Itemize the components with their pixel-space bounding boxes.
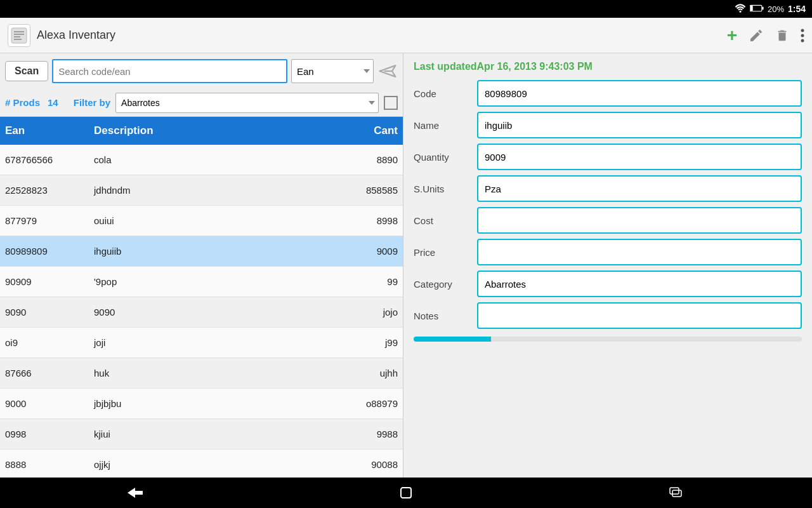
last-updated-label: Last updated [414, 61, 477, 72]
cell-cant: 8998 [341, 215, 398, 226]
table-row[interactable]: 9000 jbjbjbu o88979 [0, 389, 403, 419]
cell-ean: 8888 [5, 459, 94, 470]
svg-point-9 [801, 29, 804, 32]
table-row[interactable]: 9090 9090 jojo [0, 297, 403, 328]
search-bar: Scan Ean Code Name [0, 53, 403, 89]
notes-input[interactable] [477, 302, 802, 329]
svg-point-0 [739, 10, 741, 12]
menu-button[interactable] [801, 28, 804, 43]
prods-label: # Prods [5, 97, 40, 108]
category-input[interactable] [477, 271, 802, 297]
add-button[interactable]: + [727, 25, 737, 46]
cell-desc: huk [94, 368, 341, 378]
table-header: Ean Description Cant [0, 117, 403, 145]
app-title: Alexa Inventary [37, 29, 721, 42]
home-button[interactable] [387, 480, 425, 505]
edit-button[interactable] [749, 28, 764, 43]
cell-ean: 87666 [5, 368, 94, 378]
battery-percent: 20% [768, 4, 784, 14]
pencil-icon [749, 28, 764, 43]
status-bar: 20% 1:54 [0, 0, 812, 18]
cell-ean: 80989809 [5, 246, 94, 257]
notes-label: Notes [414, 311, 471, 321]
cell-ean: 678766566 [5, 154, 94, 165]
send-icon [377, 62, 398, 80]
sunits-label: S.Units [414, 184, 471, 194]
prods-count: 14 [48, 97, 58, 108]
svg-point-11 [801, 39, 804, 42]
cell-desc: kjiui [94, 429, 341, 439]
price-input[interactable] [477, 239, 802, 265]
field-code: Code [414, 80, 802, 107]
price-label: Price [414, 247, 471, 258]
cost-input[interactable] [477, 207, 802, 234]
left-panel: Scan Ean Code Name # Prods 14 Filt [0, 53, 403, 478]
svg-point-10 [801, 34, 804, 37]
table-row[interactable]: 87666 huk ujhh [0, 358, 403, 389]
home-icon [398, 485, 414, 500]
filter-checkbox[interactable] [384, 96, 398, 110]
add-icon: + [727, 25, 737, 46]
cell-desc: cola [94, 154, 341, 165]
back-button[interactable] [116, 480, 154, 505]
svg-rect-4 [11, 28, 27, 43]
table-row[interactable]: 90909 '9pop 99 [0, 267, 403, 297]
main-content: Scan Ean Code Name # Prods 14 Filt [0, 53, 812, 478]
delete-button[interactable] [775, 28, 789, 43]
cell-desc: ihguiib [94, 246, 341, 257]
cell-cant: o88979 [341, 398, 398, 409]
field-price: Price [414, 239, 802, 265]
table-row[interactable]: oi9 joji j99 [0, 328, 403, 358]
filter-dropdown-wrapper: Abarrotes All Bebidas [115, 93, 379, 113]
svg-rect-2 [762, 6, 763, 10]
cell-ean: 22528823 [5, 185, 94, 196]
quantity-input[interactable] [477, 144, 802, 170]
col-header-cant: Cant [341, 124, 398, 137]
field-notes: Notes [414, 302, 802, 329]
status-icons: 20% 1:54 [735, 4, 806, 15]
cell-ean: 9000 [5, 398, 94, 409]
cell-cant: 858585 [341, 185, 398, 196]
name-input[interactable] [477, 112, 802, 138]
right-panel: Last updatedApr 16, 2013 9:43:03 PM Code… [403, 53, 812, 478]
field-category: Category [414, 271, 802, 297]
scan-button[interactable]: Scan [5, 61, 48, 81]
col-header-desc: Description [94, 124, 341, 137]
cell-ean: 877979 [5, 215, 94, 226]
table-row[interactable]: 678766566 cola 8890 [0, 145, 403, 175]
last-updated: Last updatedApr 16, 2013 9:43:03 PM [414, 61, 802, 72]
svg-marker-14 [128, 488, 143, 498]
code-input[interactable] [477, 80, 802, 107]
back-icon [126, 486, 144, 499]
table-row[interactable]: 8888 ojjkj 90088 [0, 450, 403, 478]
horizontal-scroll-bar[interactable] [414, 337, 802, 342]
table-row[interactable]: 80989809 ihguiib 9009 [0, 236, 403, 267]
bottom-bar [0, 478, 812, 508]
table-row[interactable]: 877979 ouiui 8998 [0, 206, 403, 236]
cell-cant: 90088 [341, 459, 398, 470]
filter-bar: # Prods 14 Filter by Abarrotes All Bebid… [0, 89, 403, 117]
ean-dropdown-wrapper: Ean Code Name [291, 59, 374, 83]
ean-dropdown[interactable]: Ean Code Name [291, 59, 374, 83]
recent-icon [669, 487, 684, 498]
field-quantity: Quantity [414, 144, 802, 170]
cell-ean: 9090 [5, 307, 94, 318]
svg-rect-17 [672, 490, 681, 497]
search-input[interactable] [52, 59, 287, 83]
top-bar: Alexa Inventary + [0, 18, 812, 53]
trash-icon [775, 28, 789, 43]
more-icon [801, 28, 804, 43]
table-body: 678766566 cola 8890 22528823 jdhdndm 858… [0, 145, 403, 478]
filter-dropdown[interactable]: Abarrotes All Bebidas [115, 93, 379, 113]
cell-cant: 99 [341, 276, 398, 287]
last-updated-date: Apr 16, 2013 9:43:03 PM [477, 61, 593, 72]
cell-ean: 0998 [5, 429, 94, 439]
battery-icon [750, 4, 764, 14]
send-button[interactable] [377, 62, 398, 80]
svg-rect-3 [750, 6, 753, 11]
table-row[interactable]: 22528823 jdhdndm 858585 [0, 175, 403, 206]
sunits-input[interactable] [477, 175, 802, 202]
toolbar-actions: + [727, 25, 804, 46]
recent-button[interactable] [658, 480, 696, 505]
table-row[interactable]: 0998 kjiui 9988 [0, 419, 403, 450]
